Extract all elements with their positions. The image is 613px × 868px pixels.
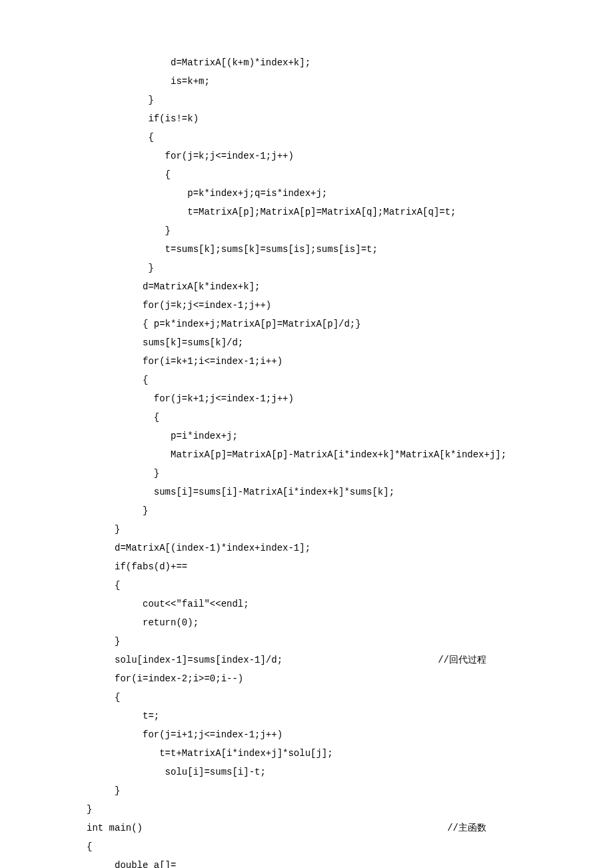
code-text: d=MatrixA[k*index+k]; bbox=[87, 277, 260, 296]
code-text: { bbox=[87, 165, 171, 184]
code-text: d=MatrixA[(index-1)*index+index-1]; bbox=[87, 539, 310, 557]
code-line: t=MatrixA[p];MatrixA[p]=MatrixA[q];Matri… bbox=[87, 203, 613, 221]
code-text: { bbox=[87, 837, 92, 856]
code-text: sums[k]=sums[k]/d; bbox=[87, 333, 243, 352]
code-text: } bbox=[87, 259, 154, 277]
code-text: { p=k*index+j;MatrixA[p]=MatrixA[p]/d;} bbox=[87, 315, 361, 333]
code-line: } bbox=[87, 464, 613, 483]
code-text: t=t+MatrixA[i*index+j]*solu[j]; bbox=[87, 744, 333, 763]
code-comment: //回代过程 bbox=[438, 651, 613, 669]
code-line: { p=k*index+j;MatrixA[p]=MatrixA[p]/d;} bbox=[87, 315, 613, 333]
code-line: } bbox=[87, 259, 613, 277]
code-text: } bbox=[87, 464, 159, 483]
code-line: d=MatrixA[k*index+k]; bbox=[87, 277, 613, 296]
code-line: t=; bbox=[87, 707, 613, 725]
code-line: p=k*index+j;q=is*index+j; bbox=[87, 184, 613, 203]
code-line: } bbox=[87, 501, 613, 520]
code-text: t=MatrixA[p];MatrixA[p]=MatrixA[q];Matri… bbox=[87, 203, 456, 221]
code-line: t=sums[k];sums[k]=sums[is];sums[is]=t; bbox=[87, 240, 613, 259]
code-line: { bbox=[87, 688, 613, 707]
code-line: cout<<"fail"<<endl; bbox=[87, 595, 613, 613]
code-line: for(i=index-2;i>=0;i--) bbox=[87, 669, 613, 688]
code-text: { bbox=[87, 688, 120, 707]
code-text: for(i=k+1;i<=index-1;i++) bbox=[87, 352, 283, 371]
code-line: MatrixA[p]=MatrixA[p]-MatrixA[i*index+k]… bbox=[87, 445, 613, 464]
code-text: t=; bbox=[87, 707, 159, 725]
code-text: for(j=k;j<=index-1;j++) bbox=[87, 147, 294, 165]
code-text: solu[i]=sums[i]-t; bbox=[87, 763, 266, 781]
code-text: for(j=i+1;j<=index-1;j++) bbox=[87, 725, 283, 744]
code-text: p=i*index+j; bbox=[87, 427, 238, 445]
code-line: int main()//主函数 bbox=[87, 819, 613, 837]
code-line: { bbox=[87, 576, 613, 595]
code-text: for(j=k+1;j<=index-1;j++) bbox=[87, 389, 294, 408]
code-line: } bbox=[87, 221, 613, 240]
code-text: int main() bbox=[87, 819, 143, 837]
code-line: } bbox=[87, 632, 613, 651]
code-line: d=MatrixA[(index-1)*index+index-1]; bbox=[87, 539, 613, 557]
code-line: t=t+MatrixA[i*index+j]*solu[j]; bbox=[87, 744, 613, 763]
code-text: } bbox=[87, 781, 120, 800]
code-text: is=k+m; bbox=[87, 72, 210, 91]
code-line: } bbox=[87, 91, 613, 109]
code-text: } bbox=[87, 501, 148, 520]
code-text: sums[i]=sums[i]-MatrixA[i*index+k]*sums[… bbox=[87, 483, 394, 501]
code-line: double a[]= bbox=[87, 856, 613, 868]
code-line: for(j=k;j<=index-1;j++) bbox=[87, 296, 613, 315]
code-text: { bbox=[87, 408, 159, 427]
code-text: if(fabs(d)+== bbox=[87, 557, 187, 576]
code-line: sums[k]=sums[k]/d; bbox=[87, 333, 613, 352]
code-line: p=i*index+j; bbox=[87, 427, 613, 445]
code-text: return(0); bbox=[87, 613, 199, 632]
code-text: double a[]= bbox=[87, 856, 176, 868]
code-line: { bbox=[87, 371, 613, 389]
code-text: for(j=k;j<=index-1;j++) bbox=[87, 296, 271, 315]
code-text: cout<<"fail"<<endl; bbox=[87, 595, 249, 613]
code-text: for(i=index-2;i>=0;i--) bbox=[87, 669, 243, 688]
code-line: d=MatrixA[(k+m)*index+k]; bbox=[87, 53, 613, 72]
code-text: } bbox=[87, 632, 120, 651]
code-text: MatrixA[p]=MatrixA[p]-MatrixA[i*index+k]… bbox=[87, 445, 506, 464]
code-line: sums[i]=sums[i]-MatrixA[i*index+k]*sums[… bbox=[87, 483, 613, 501]
code-line: if(fabs(d)+== bbox=[87, 557, 613, 576]
code-text: } bbox=[87, 800, 92, 819]
code-line: if(is!=k) bbox=[87, 109, 613, 128]
code-text: solu[index-1]=sums[index-1]/d; bbox=[87, 651, 283, 669]
code-line: { bbox=[87, 837, 613, 856]
code-text: if(is!=k) bbox=[87, 109, 199, 128]
code-line: return(0); bbox=[87, 613, 613, 632]
code-line: } bbox=[87, 800, 613, 819]
code-text: t=sums[k];sums[k]=sums[is];sums[is]=t; bbox=[87, 240, 378, 259]
code-text: d=MatrixA[(k+m)*index+k]; bbox=[87, 53, 310, 72]
code-line: is=k+m; bbox=[87, 72, 613, 91]
code-text: p=k*index+j;q=is*index+j; bbox=[87, 184, 327, 203]
code-line: { bbox=[87, 408, 613, 427]
code-document: d=MatrixA[(k+m)*index+k]; is=k+m; } if(i… bbox=[0, 53, 613, 868]
code-text: } bbox=[87, 221, 171, 240]
code-comment: //主函数 bbox=[447, 819, 613, 837]
code-line: solu[i]=sums[i]-t; bbox=[87, 763, 613, 781]
code-line: { bbox=[87, 165, 613, 184]
code-line: for(j=k;j<=index-1;j++) bbox=[87, 147, 613, 165]
code-text: { bbox=[87, 128, 154, 147]
code-line: } bbox=[87, 781, 613, 800]
code-text: { bbox=[87, 576, 120, 595]
code-line: { bbox=[87, 128, 613, 147]
code-line: for(i=k+1;i<=index-1;i++) bbox=[87, 352, 613, 371]
code-text: } bbox=[87, 520, 120, 539]
code-text: } bbox=[87, 91, 154, 109]
code-text: { bbox=[87, 371, 148, 389]
code-line: for(j=i+1;j<=index-1;j++) bbox=[87, 725, 613, 744]
code-line: } bbox=[87, 520, 613, 539]
code-line: solu[index-1]=sums[index-1]/d;//回代过程 bbox=[87, 651, 613, 669]
code-line: for(j=k+1;j<=index-1;j++) bbox=[87, 389, 613, 408]
